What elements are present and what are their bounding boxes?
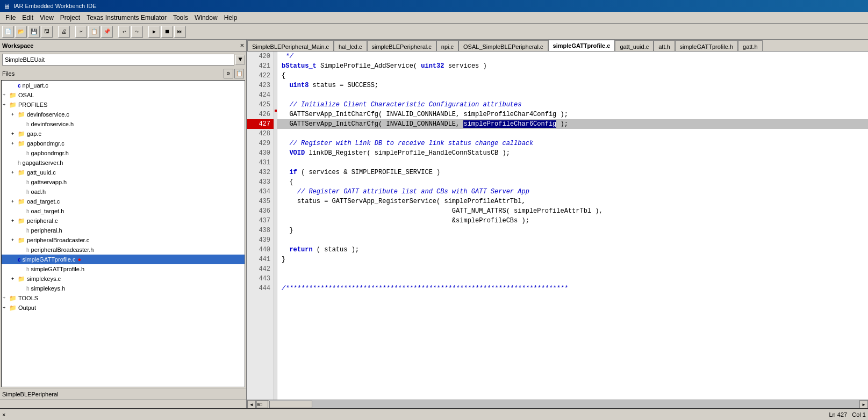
tab-simpleGATTprofile-c[interactable]: simpleGATTprofile.c	[548, 40, 615, 52]
h-scroll-thumb[interactable]	[269, 401, 312, 408]
tab-gatt-h[interactable]: gatt.h	[738, 40, 763, 52]
code-line-424	[277, 90, 868, 100]
code-area[interactable]: 4204214224234244254264274284294304314324…	[247, 52, 868, 400]
line-num-424: 424	[247, 90, 274, 100]
tree-item-oad_target-c[interactable]: +📁oad_target.c	[2, 197, 245, 206]
tree-item-oad-h[interactable]: hoad.h	[2, 187, 245, 197]
toolbar: 📄 📂 💾 🖫 🖨 ✂ 📋 📌 ↩ ↪ ▶ ⏹ ⏭	[0, 24, 868, 40]
files-filter-button[interactable]: ⚙	[224, 69, 233, 78]
tree-item-gapbondmgr-h[interactable]: hgapbondmgr.h	[2, 148, 245, 158]
tab-hal_lcd-c[interactable]: hal_lcd.c	[334, 40, 367, 52]
menu-item-texas-instruments-emulator[interactable]: Texas Instruments Emulator	[83, 13, 170, 23]
tab-att-h[interactable]: att.h	[654, 40, 675, 52]
editor-controls[interactable]: ⊞ □	[256, 401, 268, 408]
tab-gatt_uuid-c[interactable]: gatt_uuid.c	[615, 40, 654, 52]
code-line-431	[277, 158, 868, 168]
tree-item-npi_uart-c[interactable]: cnpi_uart.c	[2, 81, 245, 90]
code-line-430: VOID linkDB_Register( simpleProfile_Hand…	[277, 148, 868, 158]
breakpoint-marker	[274, 110, 277, 112]
files-header: Files ⚙ 📋	[0, 68, 246, 79]
menu-item-view[interactable]: View	[37, 13, 57, 23]
menu-item-window[interactable]: Window	[191, 13, 221, 23]
line-num-438: 438	[247, 226, 274, 235]
line-num-440: 440	[247, 245, 274, 255]
code-line-426: GATTServApp_InitCharCfg( INVALID_CONNHAN…	[277, 110, 868, 119]
tab-OSAL_SimpleBLEPeripheral-c[interactable]: OSAL_SimpleBLEPeripheral.c	[458, 40, 548, 52]
scroll-left-button[interactable]: ◄	[247, 400, 256, 408]
save-all-button[interactable]: 🖫	[41, 26, 53, 38]
line-num-421: 421	[247, 61, 274, 71]
workspace-header: Workspace ✕	[0, 40, 246, 52]
menu-item-tools[interactable]: Tools	[170, 13, 191, 23]
line-num-444: 444	[247, 284, 274, 293]
tree-item-simpleGATTprofile-c[interactable]: csimpleGATTprofile.c●	[2, 255, 245, 264]
cursor-position: Ln 427 Col 1	[829, 411, 866, 418]
debug-stop[interactable]: ⏹	[161, 26, 173, 38]
copy-button[interactable]: 📋	[88, 26, 100, 38]
status-text: ×	[2, 411, 5, 418]
tree-item-gatt_uuid-c[interactable]: +📁gatt_uuid.c	[2, 168, 245, 177]
print-button[interactable]: 🖨	[58, 26, 70, 38]
tree-item-simplekeys-c[interactable]: +📁simplekeys.c	[2, 274, 245, 284]
code-line-441: }	[277, 255, 868, 264]
code-content[interactable]: */bStatus_t SimpleProfile_AddService( ui…	[277, 52, 868, 400]
line-numbers: 4204214224234244254264274284294304314324…	[247, 52, 274, 400]
tree-item-simplekeys-h[interactable]: hsimplekeys.h	[2, 284, 245, 293]
new-button[interactable]: 📄	[2, 26, 14, 38]
tree-item-gapgattserver-h[interactable]: hgapgattserver.h	[2, 158, 245, 168]
workspace-dropdown[interactable]: SimpleBLEUait	[2, 54, 234, 66]
tree-item-peripheralBroadcaster-c[interactable]: +📁peripheralBroadcaster.c	[2, 235, 245, 245]
tree-item-devinfoservice-c[interactable]: +📁devinfoservice.c	[2, 110, 245, 119]
tree-item-oad_target-h[interactable]: hoad_target.h	[2, 206, 245, 216]
tree-item-simpleGATTprofile-h[interactable]: hsimpleGATTprofile.h	[2, 264, 245, 274]
h-scrollbar[interactable]: ◄ ⊞ □ ►	[247, 400, 868, 408]
tab-simpleGATTprofile-h[interactable]: simpleGATTprofile.h	[675, 40, 738, 52]
status-bar: × Ln 427 Col 1	[0, 408, 868, 420]
tree-item-PROFILES[interactable]: +📁PROFILES	[2, 100, 245, 110]
save-button[interactable]: 💾	[28, 26, 40, 38]
code-line-428	[277, 129, 868, 139]
line-num-427: 427	[247, 119, 274, 129]
menu-item-help[interactable]: Help	[221, 13, 241, 23]
menu-item-edit[interactable]: Edit	[19, 13, 37, 23]
tree-item-peripheralBroadcaster-h[interactable]: hperipheralBroadcaster.h	[2, 245, 245, 255]
file-tree[interactable]: cnpi_uart.c+📁OSAL+📁PROFILES+📁devinfoserv…	[1, 80, 245, 387]
redo-button[interactable]: ↪	[131, 26, 143, 38]
undo-button[interactable]: ↩	[118, 26, 130, 38]
menu-item-file[interactable]: File	[2, 13, 19, 23]
line-num-442: 442	[247, 264, 274, 274]
open-button[interactable]: 📂	[15, 26, 27, 38]
tree-item-devinfoservice-h[interactable]: hdevinfoservice.h	[2, 119, 245, 129]
tree-item-peripheral-h[interactable]: hperipheral.h	[2, 226, 245, 235]
paste-button[interactable]: 📌	[101, 26, 113, 38]
tree-item-peripheral-c[interactable]: +📁peripheral.c	[2, 216, 245, 226]
tree-item-OSAL[interactable]: +📁OSAL	[2, 90, 245, 100]
scroll-right-button[interactable]: ►	[859, 400, 868, 408]
tab-simpleBLEPeripheral-c[interactable]: simpleBLEPeripheral.c	[367, 40, 436, 52]
menu-item-project[interactable]: Project	[57, 13, 83, 23]
tree-item-Output[interactable]: +📁Output	[2, 303, 245, 313]
code-line-440: return ( status );	[277, 245, 868, 255]
line-num-441: 441	[247, 255, 274, 264]
debug-step[interactable]: ⏭	[174, 26, 186, 38]
tree-item-gap-c[interactable]: +📁gap.c	[2, 129, 245, 139]
tree-item-TOOLS[interactable]: +📁TOOLS	[2, 293, 245, 303]
cut-button[interactable]: ✂	[75, 26, 87, 38]
workspace-dropdown-arrow[interactable]: ▼	[235, 55, 245, 64]
h-scroll-track[interactable]	[269, 400, 859, 408]
line-num-433: 433	[247, 177, 274, 187]
tab-bar: SimpleBLEPeripheral_Main.chal_lcd.csimpl…	[247, 40, 868, 52]
code-line-429: // Register with Link DB to receive link…	[277, 139, 868, 148]
line-num-432: 432	[247, 168, 274, 177]
files-view-button[interactable]: 📋	[234, 69, 244, 78]
code-line-421: bStatus_t SimpleProfile_AddService( uint…	[277, 61, 868, 71]
tree-item-gapbondmgr-c[interactable]: +📁gapbondmgr.c	[2, 139, 245, 148]
app-title: IAR Embedded Workbench IDE	[13, 3, 96, 9]
workspace-close-button[interactable]: ✕	[240, 41, 244, 49]
tab-SimpleBLEPeripheral_Main-c[interactable]: SimpleBLEPeripheral_Main.c	[247, 40, 334, 52]
workspace-title: Workspace	[2, 42, 34, 49]
debug-go[interactable]: ▶	[148, 26, 160, 38]
tab-npi-c[interactable]: npi.c	[436, 40, 458, 52]
main-content: Workspace ✕ SimpleBLEUait ▼ Files ⚙ 📋	[0, 40, 868, 420]
tree-item-gattservapp-h[interactable]: hgattservapp.h	[2, 177, 245, 187]
